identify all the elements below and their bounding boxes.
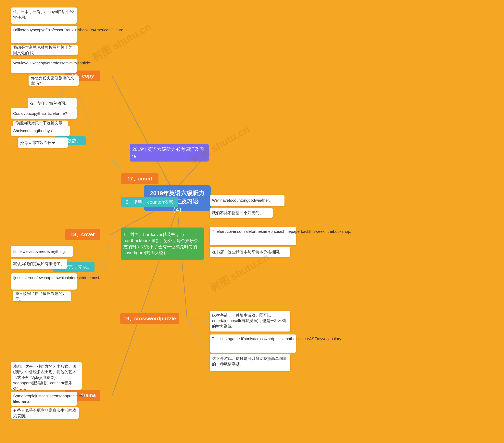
crossword-en: Thisisnotagame.It'sonlyacrosswordpuzzlet… bbox=[210, 334, 296, 352]
node-19-crossword: 19、crosswordpuzzle bbox=[120, 313, 179, 324]
node-18-cover-label: 18、cover bbox=[71, 231, 95, 238]
svg-line-17 bbox=[105, 237, 110, 267]
node-19-crossword-label: 19、crosswordpuzzle bbox=[124, 315, 176, 322]
copy-sub1-label: •1、一本，一份。acopyof口语中经常使用。 bbox=[13, 10, 74, 19]
she-counting-en-label: Sheiscountingthedays. bbox=[13, 128, 53, 133]
count-sub2-label: 2、指望。counton依赖 bbox=[126, 199, 174, 205]
copy-ex3-en: Couldyoucopythisarticleforme? bbox=[11, 108, 77, 119]
drama-cn-label: 有些人似乎不愿意欣赏真实生活的戏剧表演。 bbox=[13, 407, 76, 419]
she-counting-cn: 她每天都在数着日子。 bbox=[18, 137, 68, 148]
count-on-cn: 我们不得不指望一个好天气。 bbox=[210, 208, 273, 218]
svg-line-22 bbox=[187, 319, 211, 344]
node-17-count-label: 17、count bbox=[127, 175, 152, 182]
crossword-desc-label: 纵横字谜，一种填字游戏。既可以entertainoneself(自我娱乐)，也是… bbox=[212, 313, 286, 328]
copy-ex2-en-label: WouldyoulikeacopyofprofessorSmith'sartic… bbox=[13, 61, 92, 65]
main-title-node: 2019年英语六级听力必考词汇及习语 bbox=[130, 144, 209, 162]
copy-sub2: •2、复印。简单动词。 bbox=[28, 98, 77, 108]
copy-ex1-cn: 我想买本富兰克林教授写的关于美国文化的书。 bbox=[11, 45, 78, 55]
count-on-cn-label: 我们不得不指望一个好天气。 bbox=[212, 210, 263, 216]
copy-ex2-en: WouldyoulikeacopyofprofessorSmith'sartic… bbox=[11, 59, 77, 73]
cover-hard-en-label: Thehardcoverisonsaleforthesamepriceashth… bbox=[212, 229, 351, 234]
count-sub2: 2、指望。counton依赖 bbox=[121, 197, 178, 207]
watermark-1: 树图 shutu.cn bbox=[90, 20, 154, 65]
cover-chapters-cn: 我只读完了自己最感兴趣的几章。 bbox=[13, 291, 71, 301]
copy-ex2-cn-label: 你想要份史密斯教授的文章吗? bbox=[31, 75, 76, 86]
node-18-cover: 18、cover bbox=[65, 229, 100, 240]
copy-ex2-cn: 你想要份史密斯教授的文章吗? bbox=[29, 75, 79, 86]
cover-covered-en: Ithinkwe'vecoveredeverything. bbox=[11, 246, 73, 257]
drama-en: Somepeoplejustcan'tseemtoappreciatereal-… bbox=[11, 392, 77, 406]
cover-sub1: 1、封面。hardcover精装书，与hardbackbook同意。另外，每个娱… bbox=[121, 227, 204, 260]
crossword-en-label: Thisisnotagame.It'sonlyacrosswordpuzzlet… bbox=[212, 337, 342, 341]
cover-hard-cn-label: 在书店，这些精装本与平装本价格相同。 bbox=[212, 249, 283, 255]
copy-sub1: •1、一本，一份。acopyof口语中经常使用。 bbox=[11, 7, 77, 24]
watermark-3: 树图 shutu.cn bbox=[208, 250, 272, 295]
copy-sub2-label: •2、复印。简单动词。 bbox=[30, 100, 69, 106]
cover-covered-cn: 我认为我们完成所有事情了。 bbox=[11, 259, 67, 269]
crossword-desc: 纵横字谜，一种填字游戏。既可以entertainoneself(自我娱乐)，也是… bbox=[210, 311, 290, 332]
copy-ex3-en-label: Couldyoucopythisarticleforme? bbox=[13, 111, 67, 116]
count-on-en: We'llhavetocountongoodweather. bbox=[210, 195, 285, 206]
svg-line-6 bbox=[75, 76, 93, 140]
svg-line-21 bbox=[187, 318, 211, 321]
cover-covered-cn-label: 我认为我们完成所有事情了。 bbox=[13, 261, 64, 266]
cover-sub1-label: 1、封面。hardcover精装书，与hardbackbook同意。另外，每个娱… bbox=[124, 232, 201, 256]
svg-line-3 bbox=[177, 207, 187, 318]
cover-covered-en-label: Ithinkwe'vecoveredeverything. bbox=[13, 249, 66, 254]
drama-desc-label: 戏剧。这是一种西方的艺术形式。四级听力中曾经多次出现。其他的艺术形式还有TVpl… bbox=[13, 364, 76, 391]
cover-chapters-en: Ijustcoveredafewchapterswhichinterestedm… bbox=[11, 273, 77, 290]
svg-line-23 bbox=[187, 320, 211, 362]
cover-hard-en: Thehardcoverisonsaleforthesamepriceashth… bbox=[210, 227, 296, 245]
svg-line-11 bbox=[93, 140, 130, 179]
cover-chapters-cn-label: 我只读完了自己最感兴趣的几章。 bbox=[15, 291, 69, 302]
copy-ex1-en-label: I'dliketobuyacopyofProfessorFranklin'sbo… bbox=[13, 28, 125, 32]
copy-ex1-cn-label: 我想买本富兰克林教授写的关于美国文化的书。 bbox=[13, 44, 75, 55]
cover-chapters-en-label: Ijustcoveredafewchapterswhichinterestedm… bbox=[13, 276, 100, 280]
count-on-en-label: We'llhavetocountongoodweather. bbox=[212, 198, 270, 203]
she-counting-en: Sheiscountingthedays. bbox=[11, 126, 70, 136]
copy-ex1-en: I'dliketobuyacopyofProfessorFranklin'sbo… bbox=[11, 26, 77, 43]
drama-cn: 有些人似乎不愿意欣赏真实生活的戏剧表演。 bbox=[11, 407, 79, 419]
drama-desc: 戏剧。这是一种西方的艺术形式。四级听力中曾经多次出现。其他的艺术形式还有TVpl… bbox=[11, 362, 82, 390]
she-counting-cn-label: 她每天都在数着日子。 bbox=[20, 140, 59, 145]
main-title-label: 2019年英语六级听力必考词汇及习语 bbox=[132, 146, 206, 159]
crossword-cn: 这不是游戏。这只是可以帮助我提高单词量的一种纵横字谜。 bbox=[210, 354, 290, 371]
cover-hard-cn: 在书店，这些精装本与平装本价格相同。 bbox=[210, 247, 290, 257]
crossword-cn-label: 这不是游戏。这只是可以帮助我提高单词量的一种纵横字谜。 bbox=[212, 356, 287, 366]
node-17-count: 17、count bbox=[121, 173, 159, 184]
